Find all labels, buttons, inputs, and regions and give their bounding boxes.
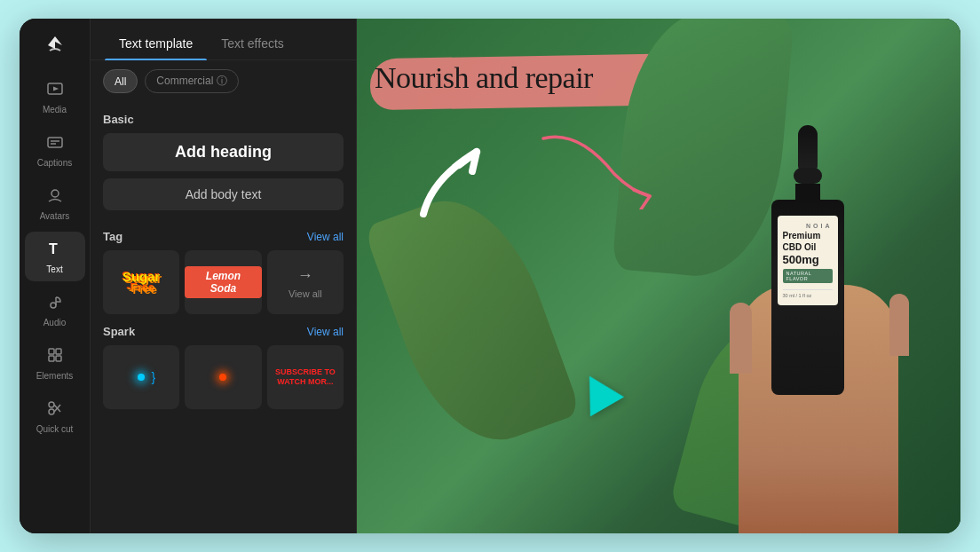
svg-point-12: [49, 402, 54, 407]
svg-rect-11: [56, 356, 61, 361]
sidebar-item-avatars[interactable]: Avatars: [25, 178, 85, 228]
tab-text-effects[interactable]: Text effects: [207, 29, 298, 59]
add-heading-button[interactable]: Add heading: [103, 133, 344, 171]
bottle-brand: NOIA: [783, 223, 833, 229]
sidebar-item-captions[interactable]: Captions: [25, 125, 85, 175]
tag-viewall-label: View all: [288, 288, 322, 299]
tag-item-sugar-free[interactable]: Sugar-Free: [103, 250, 179, 314]
sidebar-label-audio: Audio: [43, 318, 67, 327]
elements-icon: [46, 346, 64, 368]
spark-item-blue[interactable]: [103, 345, 179, 409]
tag-free-text: -Free: [122, 282, 161, 295]
section-tag-label: Tag: [103, 230, 122, 243]
sidebar-label-media: Media: [43, 105, 67, 114]
spark-blue-visual: [123, 359, 159, 395]
tab-text-template[interactable]: Text template: [105, 29, 207, 59]
spark-red-visual: [205, 359, 241, 395]
section-spark-label: Spark: [103, 325, 135, 338]
filter-commercial[interactable]: Commercial ⓘ: [145, 69, 238, 93]
tag-grid-wrapper: Sugar-Free Lemon Soda → View all: [103, 250, 344, 314]
sidebar-item-quickcut[interactable]: Quick cut: [25, 391, 85, 441]
panel-content: Basic Add heading Add body text Tag View…: [91, 102, 356, 533]
section-basic-label: Basic: [103, 113, 344, 126]
sidebar-label-text: Text: [46, 264, 62, 274]
captions-icon: [46, 133, 64, 155]
sidebar: Media Captions Avatars: [20, 19, 91, 533]
bottle-dropper: [798, 125, 818, 170]
sidebar-label-elements: Elements: [36, 371, 74, 381]
pink-arrow-area: [534, 121, 659, 213]
nourish-text: Nourish and repair: [375, 61, 593, 94]
tag-lemon-text: Lemon Soda: [185, 266, 261, 298]
svg-rect-1: [48, 138, 62, 147]
bottle-bulb: [794, 168, 822, 184]
finger-2: [889, 294, 909, 356]
media-icon: [46, 80, 64, 102]
canvas-area[interactable]: Nourish and repair: [357, 19, 960, 533]
pink-arrow-svg: [534, 121, 659, 209]
spark-item-subscribe[interactable]: SUBSCRIBE TO WATCH MOR...: [267, 345, 344, 409]
spark-grid: SUBSCRIBE TO WATCH MOR...: [103, 345, 344, 409]
bottle-name-text: Premium CBD Oil: [783, 231, 821, 252]
sidebar-label-avatars: Avatars: [40, 211, 70, 221]
finger-1: [730, 303, 752, 374]
svg-point-13: [49, 409, 54, 414]
bottle-hand-area: NOIA Premium CBD Oil 500mg NATURAL FLAVO…: [712, 125, 943, 533]
bottle: NOIA Premium CBD Oil 500mg NATURAL FLAVO…: [770, 125, 845, 471]
bottle-flavor: NATURAL FLAVOR: [783, 269, 833, 283]
svg-point-4: [51, 190, 59, 197]
bottle-neck: [795, 184, 820, 200]
svg-text:T: T: [49, 241, 58, 256]
tag-sugar-text: Sugar-Free: [119, 266, 164, 299]
bottle-label: NOIA Premium CBD Oil 500mg NATURAL FLAVO…: [778, 216, 838, 305]
sidebar-item-audio[interactable]: Audio: [25, 285, 85, 335]
tag-section-header: Tag View all: [103, 230, 344, 243]
svg-rect-9: [56, 349, 61, 354]
bottle-mg: 500mg: [783, 253, 833, 266]
spark-subscribe-text: SUBSCRIBE TO WATCH MOR...: [267, 364, 344, 390]
tag-item-lemon-soda[interactable]: Lemon Soda: [185, 250, 261, 314]
svg-rect-10: [49, 356, 54, 361]
filter-all[interactable]: All: [103, 69, 138, 93]
sidebar-item-elements[interactable]: Elements: [25, 338, 85, 388]
bottle-name: Premium CBD Oil: [783, 231, 833, 253]
bottle-body: NOIA Premium CBD Oil 500mg NATURAL FLAVO…: [771, 200, 844, 395]
avatars-icon: [46, 186, 64, 209]
tag-grid: Sugar-Free Lemon Soda → View all: [103, 250, 344, 314]
bottle-ml: 30 ml / 1 fl oz: [783, 289, 833, 298]
tag-item-view-all[interactable]: → View all: [267, 250, 344, 314]
panel-tabs: Text template Text effects: [91, 19, 356, 60]
arrow-icon: →: [297, 266, 313, 285]
panel-filters: All Commercial ⓘ: [91, 60, 356, 102]
app-logo: [39, 29, 71, 61]
spark-section-header: Spark View all: [103, 325, 344, 338]
text-icon: T: [46, 240, 64, 262]
tag-view-all[interactable]: View all: [307, 231, 344, 243]
canvas-overlay-text[interactable]: Nourish and repair: [375, 59, 593, 96]
white-arrow-svg: [406, 125, 512, 232]
quickcut-icon: [46, 399, 64, 422]
audio-icon: [46, 293, 64, 315]
add-body-button[interactable]: Add body text: [103, 178, 344, 210]
sidebar-label-quickcut: Quick cut: [36, 424, 74, 434]
svg-rect-8: [49, 349, 54, 354]
sidebar-label-captions: Captions: [37, 158, 72, 168]
tag-viewall-content: → View all: [288, 266, 322, 299]
app-container: Media Captions Avatars: [20, 19, 960, 533]
svg-point-6: [51, 303, 56, 308]
text-panel: Text template Text effects All Commercia…: [91, 19, 357, 533]
spark-item-red[interactable]: [185, 345, 261, 409]
sidebar-item-text[interactable]: T Text: [25, 232, 85, 281]
spark-view-all[interactable]: View all: [307, 326, 344, 338]
white-arrow-area: [406, 125, 512, 235]
sidebar-item-media[interactable]: Media: [25, 72, 85, 122]
